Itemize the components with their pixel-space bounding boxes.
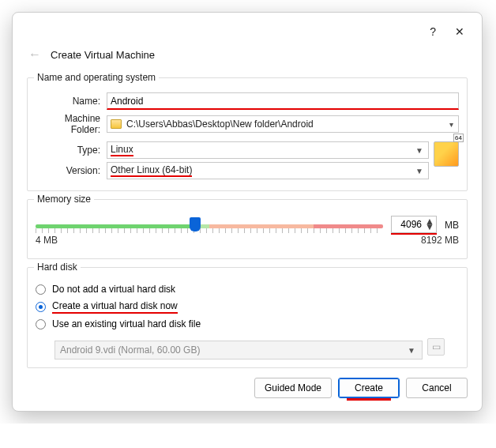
memory-unit: MB [445, 220, 459, 231]
version-select[interactable]: Other Linux (64-bit) ▼ [107, 162, 429, 179]
cancel-button[interactable]: Cancel [406, 378, 468, 398]
close-icon[interactable]: ✕ [455, 25, 464, 38]
radio-icon[interactable] [36, 319, 46, 329]
harddisk-legend: Hard disk [34, 262, 81, 273]
slider-thumb-icon[interactable] [190, 217, 201, 232]
folder-icon: ▭ [432, 341, 441, 352]
existing-disk-value: Android 9.vdi (Normal, 60.00 GB) [60, 344, 200, 356]
memory-legend: Memory size [34, 194, 94, 205]
radio-create-disk[interactable]: Create a virtual hard disk now [36, 299, 459, 314]
os-icon [434, 141, 459, 167]
memory-slider[interactable] [36, 214, 383, 236]
titlebar: ? ✕ [27, 24, 468, 46]
back-arrow-icon[interactable]: ← [28, 47, 41, 62]
memory-spinbox[interactable]: ▲▼ [391, 216, 437, 233]
radio-existing-disk-label: Use an existing virtual hard disk file [52, 318, 201, 329]
radio-create-disk-label: Create a virtual hard disk now [52, 299, 178, 314]
radio-icon[interactable] [36, 302, 46, 312]
bit-badge: 64 [453, 134, 464, 142]
guided-mode-button[interactable]: Guided Mode [254, 378, 332, 398]
type-select[interactable]: Linux ▼ [107, 141, 429, 159]
help-icon[interactable]: ? [430, 25, 436, 38]
harddisk-group: Hard disk Do not add a virtual hard disk… [27, 267, 468, 368]
memory-max-label: 8192 MB [421, 235, 459, 246]
name-label: Name: [36, 96, 107, 107]
radio-no-disk-label: Do not add a virtual hard disk [52, 284, 175, 295]
chevron-down-icon[interactable]: ▼ [414, 146, 425, 155]
type-value: Linux [111, 144, 133, 156]
version-label: Version: [36, 165, 107, 176]
create-vm-dialog: ? ✕ ← Create Virtual Machine Name and op… [12, 12, 483, 412]
header-row: ← Create Virtual Machine [27, 46, 468, 73]
create-button[interactable]: Create [338, 378, 400, 398]
radio-existing-disk[interactable]: Use an existing virtual hard disk file [36, 318, 459, 329]
chevron-down-icon: ▼ [406, 346, 417, 355]
chevron-down-icon[interactable]: ▼ [414, 167, 425, 175]
folder-icon [111, 119, 122, 129]
radio-no-disk[interactable]: Do not add a virtual hard disk [36, 284, 459, 295]
memory-min-label: 4 MB [36, 235, 58, 246]
machine-folder-field[interactable]: C:\Users\Abbas\Desktop\New folder\Androi… [107, 115, 459, 133]
browse-disk-button: ▭ [427, 338, 445, 356]
dialog-buttons: Guided Mode Create Cancel [27, 378, 468, 398]
name-os-legend: Name and operating system [34, 72, 159, 83]
spinner-arrows-icon[interactable]: ▲▼ [423, 219, 436, 230]
folder-label: Machine Folder: [36, 113, 107, 135]
name-input[interactable] [107, 92, 459, 110]
machine-folder-path: C:\Users\Abbas\Desktop\New folder\Androi… [126, 119, 443, 130]
type-label: Type: [36, 145, 107, 156]
page-title: Create Virtual Machine [51, 49, 155, 61]
version-value: Other Linux (64-bit) [111, 164, 192, 177]
existing-disk-select: Android 9.vdi (Normal, 60.00 GB) ▼ [54, 341, 423, 360]
memory-group: Memory size ▲▼ MB 4 MB 8192 MB [27, 199, 468, 259]
memory-input[interactable] [392, 219, 423, 230]
radio-icon[interactable] [36, 284, 46, 295]
name-os-group: Name and operating system Name: Machine … [27, 77, 468, 191]
chevron-down-icon[interactable]: ▾ [448, 120, 455, 129]
